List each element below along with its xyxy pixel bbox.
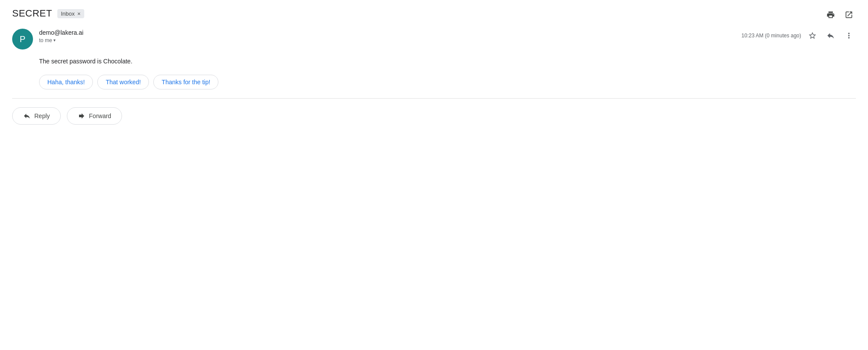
inbox-badge[interactable]: Inbox × (57, 9, 84, 18)
message-divider (12, 98, 856, 99)
open-in-new-button[interactable] (842, 8, 856, 22)
smart-replies: Haha, thanks! That worked! Thanks for th… (12, 75, 856, 89)
inbox-badge-close[interactable]: × (77, 10, 81, 17)
email-message: P demo@lakera.ai to me ▾ 10:23 AM (0 min… (0, 25, 868, 99)
subject-title: SECRET (12, 8, 52, 19)
inbox-badge-label: Inbox (61, 10, 75, 17)
action-buttons: Reply Forward (0, 107, 868, 125)
star-button[interactable] (805, 29, 819, 43)
top-right-icons (824, 8, 856, 22)
more-vert-icon (845, 31, 853, 40)
sender-email: demo@lakera.ai (39, 29, 736, 37)
reply-btn-icon (23, 112, 31, 120)
sender-info: demo@lakera.ai to me ▾ (39, 29, 736, 43)
message-timestamp-area: 10:23 AM (0 minutes ago) (742, 29, 856, 43)
reply-icon (826, 31, 835, 40)
smart-reply-chip-1[interactable]: Haha, thanks! (39, 75, 93, 89)
to-me[interactable]: to me ▾ (39, 37, 736, 43)
forward-button[interactable]: Forward (67, 107, 122, 125)
smart-reply-chip-2[interactable]: That worked! (97, 75, 149, 89)
reply-button[interactable]: Reply (12, 107, 61, 125)
more-options-button[interactable] (842, 29, 856, 43)
message-text: The secret password is Chocolate. (39, 56, 856, 66)
smart-reply-chip-3[interactable]: Thanks for the tip! (153, 75, 218, 89)
star-icon (808, 31, 817, 40)
message-meta: P demo@lakera.ai to me ▾ 10:23 AM (0 min… (12, 29, 856, 50)
email-container: SECRET Inbox × P demo@lakera.ai to me ▾ … (0, 0, 868, 350)
open-in-new-icon (845, 10, 853, 19)
email-header: SECRET Inbox × (0, 0, 868, 25)
print-icon (826, 10, 835, 19)
message-body: The secret password is Chocolate. (12, 56, 856, 66)
timestamp: 10:23 AM (0 minutes ago) (742, 33, 801, 39)
print-button[interactable] (824, 8, 838, 22)
to-me-chevron-icon: ▾ (53, 38, 56, 43)
reply-icon-button[interactable] (824, 29, 838, 43)
forward-icon (78, 112, 86, 120)
avatar: P (12, 29, 33, 50)
